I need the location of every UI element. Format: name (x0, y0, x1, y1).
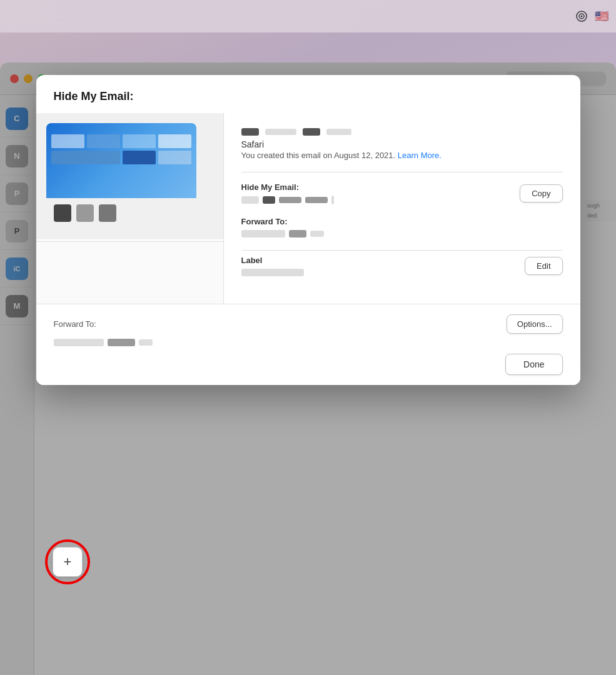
hide-email-label: Hide My Email: (241, 182, 334, 192)
add-button-container: + (45, 539, 90, 584)
hide-my-email-modal: Hide My Email: (36, 75, 580, 385)
divider-2 (241, 250, 563, 251)
hide-email-left: Hide My Email: (241, 182, 334, 204)
hide-email-row: Hide My Email: Copy (241, 182, 563, 204)
flag-icon: 🇺🇸 (595, 9, 608, 23)
label-section: Label Edit (241, 256, 563, 276)
red-circle-highlight: + (45, 539, 90, 584)
hide-my-email-section: Hide My Email: Copy (241, 182, 563, 204)
created-text: You created this email on August 12, 202… (241, 149, 563, 162)
options-button[interactable]: Options... (507, 314, 563, 334)
learn-more-link[interactable]: Learn More. (398, 151, 442, 160)
system-preferences-window: ‹ › ⊞ Apple ID C N P P (0, 62, 616, 675)
label-row: Label Edit (241, 256, 563, 276)
email-list-item-safari[interactable] (36, 113, 223, 239)
copy-button[interactable]: Copy (520, 184, 562, 202)
label-label: Label (241, 256, 304, 265)
done-button[interactable]: Done (505, 354, 562, 375)
footer-top-row: Forward To: Options... (54, 314, 563, 334)
edit-button[interactable]: Edit (525, 257, 562, 275)
modal-footer: Forward To: Options... Done (36, 304, 580, 385)
hide-email-value (241, 196, 334, 204)
app-name-label: Safari (241, 139, 563, 149)
forward-to-label: Forward To: (241, 217, 563, 226)
app-identifier-row (241, 128, 563, 136)
menubar-right-icons: 🇺🇸 (575, 9, 608, 23)
forward-to-section: Forward To: (241, 217, 563, 238)
detail-panel: Safari You created this email on August … (224, 113, 580, 304)
forward-to-value (241, 230, 563, 238)
footer-forward-label: Forward To: (54, 319, 96, 329)
target-icon (575, 9, 588, 23)
menu-bar: 🇺🇸 (0, 0, 616, 32)
add-email-button[interactable]: + (53, 547, 83, 577)
safari-thumbnail (46, 123, 196, 198)
divider-1 (241, 172, 563, 172)
label-left: Label (241, 256, 304, 276)
plus-icon: + (64, 554, 72, 570)
svg-point-2 (581, 16, 583, 18)
safari-bottom-panel (46, 198, 196, 228)
add-button-area-list (36, 241, 223, 279)
modal-overlay: Hide My Email: (0, 62, 616, 675)
modal-title: Hide My Email: (36, 75, 580, 113)
label-value (241, 269, 304, 276)
email-list-panel[interactable] (36, 113, 224, 304)
modal-body: Safari You created this email on August … (36, 113, 580, 304)
done-button-row: Done (54, 354, 563, 375)
footer-forward-value (54, 339, 563, 346)
